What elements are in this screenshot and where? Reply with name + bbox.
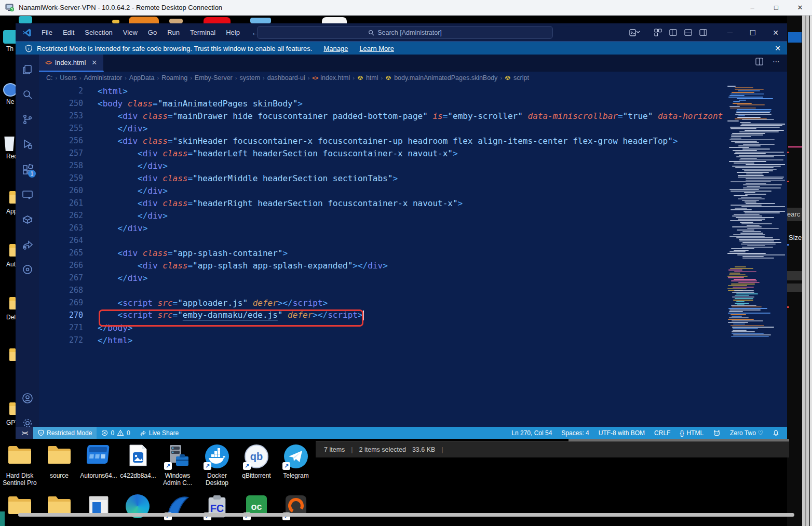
- more-actions-icon[interactable]: ⋯: [773, 58, 780, 65]
- banner-manage-link[interactable]: Manage: [323, 45, 348, 52]
- line-number: 265: [39, 248, 91, 258]
- desktop-icon-partial[interactable]: [112, 20, 119, 23]
- search-view-icon[interactable]: [16, 86, 39, 103]
- window-edge: [810, 16, 812, 526]
- cursor-position-status[interactable]: Ln 270, Col 54: [507, 427, 557, 439]
- docker-view-icon[interactable]: [16, 211, 39, 228]
- remote-indicator[interactable]: ><: [16, 427, 33, 439]
- run-debug-icon[interactable]: [16, 136, 39, 153]
- breadcrumb-item[interactable]: Administrator: [84, 74, 123, 82]
- desktop-icon-telegram[interactable]: ↗Telegram: [276, 444, 316, 479]
- minimap-line: [742, 149, 770, 150]
- tab-index-html[interactable]: <> index.html ✕: [39, 55, 104, 72]
- menu-item-edit[interactable]: Edit: [59, 27, 78, 38]
- problems-status[interactable]: 0 0: [97, 427, 134, 439]
- menu-item-help[interactable]: Help: [222, 27, 244, 38]
- split-editor-icon[interactable]: [755, 58, 763, 65]
- extensions-view-icon[interactable]: 1: [16, 161, 39, 179]
- vscode-minimize-button[interactable]: ─: [719, 23, 741, 42]
- menu-item-selection[interactable]: Selection: [80, 27, 116, 38]
- desktop-icon-partial[interactable]: [204, 17, 231, 23]
- breadcrumb-item[interactable]: C:: [46, 74, 53, 82]
- breadcrumb-item[interactable]: <>index.html: [312, 74, 350, 82]
- breadcrumb-item[interactable]: Roaming: [161, 74, 187, 82]
- minimap-line: [746, 203, 775, 204]
- live-share-icon[interactable]: [16, 236, 39, 253]
- desktop-icon-label: DockerDesktop: [197, 472, 237, 487]
- desktop-icon-hard-disk-sentinel-pro[interactable]: Hard DiskSentinel Pro: [0, 444, 39, 487]
- toggle-sidebar-icon[interactable]: [669, 29, 677, 36]
- customize-layout-icon[interactable]: [654, 29, 662, 36]
- tab-close-icon[interactable]: ✕: [91, 59, 97, 66]
- minimap-line: [746, 178, 782, 179]
- breadcrumb-item[interactable]: AppData: [129, 74, 155, 82]
- cat-face-icon[interactable]: [708, 427, 725, 439]
- breadcrumb-item[interactable]: script: [505, 74, 529, 82]
- source-control-icon[interactable]: [16, 111, 39, 128]
- minimap-line: [739, 100, 746, 101]
- desktop-icon-docker-desktop[interactable]: ↗DockerDesktop: [197, 444, 237, 487]
- menu-item-terminal[interactable]: Terminal: [186, 27, 220, 38]
- menu-item-view[interactable]: View: [119, 27, 142, 38]
- vscode-maximize-button[interactable]: ☐: [741, 23, 764, 42]
- menu-item-go[interactable]: Go: [144, 27, 161, 38]
- restricted-mode-status[interactable]: Restricted Mode: [33, 427, 97, 439]
- menu-item-file[interactable]: File: [37, 27, 57, 38]
- desktop-icon-qbittorrent[interactable]: qb↗qBittorrent: [237, 444, 276, 479]
- rdp-maximize-button[interactable]: □: [764, 0, 788, 15]
- minimap-line: [736, 217, 774, 218]
- record-disc-icon[interactable]: [16, 261, 39, 278]
- desktop-icon-partial[interactable]: [0, 511, 5, 526]
- desktop-icon-partial[interactable]: [169, 19, 183, 23]
- explorer-selected-count: 2 items selected: [359, 446, 406, 453]
- toggle-panel-icon[interactable]: [684, 29, 692, 36]
- minimap-line: [734, 195, 748, 196]
- vscode-close-button[interactable]: ✕: [764, 23, 787, 42]
- remote-explorer-icon[interactable]: [16, 186, 39, 204]
- command-search-input[interactable]: Search [Administrator]: [257, 26, 553, 39]
- minimap-line: [728, 319, 754, 320]
- rdp-minimize-button[interactable]: –: [740, 0, 764, 15]
- explorer-view-icon[interactable]: [16, 61, 39, 78]
- launch-profile-icon[interactable]: [629, 29, 641, 37]
- breadcrumb-item[interactable]: system: [239, 74, 260, 82]
- desktop-icon-partial[interactable]: [250, 18, 271, 23]
- code-editor[interactable]: 2<html>250<body class="mainAnimatedPages…: [39, 84, 726, 427]
- breadcrumb-item[interactable]: body.mainAnimatedPages.skinBody: [385, 74, 497, 82]
- taskbar-edge: [18, 513, 794, 517]
- breadcrumb-item[interactable]: Emby-Server: [195, 74, 233, 82]
- minimap-line: [729, 161, 766, 162]
- explorer-scrollbar-thumb[interactable]: [805, 16, 806, 526]
- toggle-secondary-sidebar-icon[interactable]: [699, 29, 707, 36]
- breadcrumb-item[interactable]: html: [357, 74, 378, 82]
- accounts-icon[interactable]: [16, 389, 39, 407]
- desktop-icon-partial[interactable]: [19, 16, 32, 23]
- indentation-status[interactable]: Spaces: 4: [557, 427, 593, 439]
- desktop-icon-source[interactable]: source: [39, 444, 79, 479]
- banner-close-icon[interactable]: ✕: [775, 44, 781, 52]
- theme-status[interactable]: Zero Two ♡: [725, 427, 768, 439]
- minimap[interactable]: [726, 85, 785, 396]
- minimap-line: [734, 279, 756, 280]
- menu-item-run[interactable]: Run: [163, 27, 184, 38]
- minimap-line: [738, 198, 765, 199]
- line-number: 258: [39, 161, 91, 170]
- breadcrumb-item[interactable]: Users: [60, 74, 77, 82]
- desktop-icon-partial[interactable]: [129, 17, 159, 23]
- desktop-icon-label: Autoruns64...: [79, 472, 118, 479]
- minimap-line: [746, 164, 785, 165]
- rdp-close-button[interactable]: ✕: [788, 0, 812, 15]
- desktop-icon-partial[interactable]: [322, 17, 347, 23]
- eol-status[interactable]: CRLF: [649, 427, 675, 439]
- language-mode-status[interactable]: {} HTML: [675, 427, 708, 439]
- desktop-icon-c422db8a4[interactable]: c422db8a4...: [118, 444, 158, 479]
- encoding-status[interactable]: UTF-8 with BOM: [594, 427, 649, 439]
- minimap-line: [741, 223, 772, 224]
- desktop-icon-windows-admin-center[interactable]: ↗WindowsAdmin C...: [158, 444, 197, 487]
- live-share-status[interactable]: Live Share: [135, 427, 183, 439]
- desktop-icon-autoruns64[interactable]: Autoruns64...: [79, 444, 118, 479]
- code-text: <div class="headerRight headerSection fo…: [91, 198, 463, 208]
- banner-learn-more-link[interactable]: Learn More: [359, 45, 394, 52]
- notifications-bell-icon[interactable]: [768, 427, 784, 439]
- breadcrumb-item[interactable]: dashboard-ui: [267, 74, 305, 82]
